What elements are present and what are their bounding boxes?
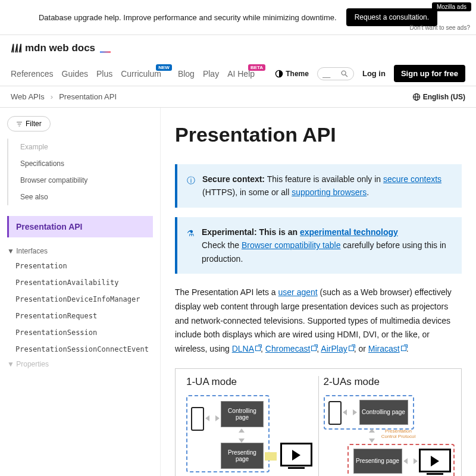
dlna-link[interactable]: DLNA bbox=[232, 344, 261, 353]
arrow-icon bbox=[237, 428, 246, 443]
toc-item[interactable]: See also bbox=[14, 189, 153, 205]
diagram: 1-UA mode Controlling page Presenting pa… bbox=[175, 368, 462, 476]
chromecast-link[interactable]: Chromecast bbox=[265, 344, 317, 353]
header: mdn web docs bbox=[0, 35, 476, 61]
breadcrumb-root[interactable]: Web APIs bbox=[11, 92, 45, 101]
sidebar-item[interactable]: Presentation bbox=[15, 258, 153, 274]
breadcrumb-bar: Web APIs › Presentation API English (US) bbox=[0, 86, 476, 108]
external-link-icon bbox=[255, 346, 261, 351]
login-link[interactable]: Log in bbox=[362, 69, 386, 78]
nav-references[interactable]: References bbox=[11, 69, 54, 79]
presenting-page-box: Presenting page bbox=[221, 443, 264, 469]
diagram-mode1-title: 1-UA mode bbox=[186, 376, 314, 388]
intro-paragraph: The Presentation API lets a user agent (… bbox=[175, 286, 462, 356]
secure-contexts-link[interactable]: secure contexts bbox=[383, 174, 441, 184]
filter-button[interactable]: Filter bbox=[7, 116, 51, 131]
compat-table-link[interactable]: Browser compatibility table bbox=[242, 240, 341, 250]
experimental-note: ⚗ Experimental: This is an experimental … bbox=[175, 217, 462, 274]
play-icon bbox=[431, 456, 439, 466]
nav-plus[interactable]: Plus bbox=[96, 69, 112, 79]
toc-item[interactable]: Browser compatibility bbox=[14, 172, 153, 189]
pcp-label: Presentation Control Protocol bbox=[381, 428, 416, 439]
arrow-icon bbox=[343, 408, 357, 416]
user-agent-link[interactable]: user agent bbox=[278, 287, 318, 297]
mdn-logo-icon bbox=[11, 43, 21, 54]
ad-optout-link[interactable]: Don't want to see ads? bbox=[410, 24, 470, 31]
external-link-icon bbox=[349, 346, 354, 351]
external-link-icon bbox=[311, 346, 317, 351]
arrow-icon bbox=[368, 428, 376, 443]
beta-badge: BETA bbox=[248, 64, 265, 71]
presenting-page-box: Presenting page bbox=[353, 449, 402, 474]
globe-icon bbox=[412, 93, 421, 101]
new-badge: NEW bbox=[156, 64, 172, 71]
sidebar: Filter Example Specifications Browser co… bbox=[0, 108, 161, 476]
external-link-icon bbox=[401, 346, 406, 351]
arrow-icon bbox=[205, 414, 220, 422]
sidebar-item[interactable]: PresentationSessionConnectEvent bbox=[15, 341, 153, 358]
page-title: Presentation API bbox=[175, 123, 462, 146]
theme-toggle[interactable]: Theme bbox=[275, 70, 309, 78]
sidebar-item[interactable]: PresentationDeviceInfoManager bbox=[15, 291, 153, 308]
controlling-page-box: Controlling page bbox=[221, 401, 264, 427]
logo-underline bbox=[100, 51, 111, 53]
logo[interactable]: mdn web docs bbox=[11, 42, 111, 54]
ad-banner: Database upgrade help. Improve performan… bbox=[0, 0, 476, 35]
miracast-link[interactable]: Miracast bbox=[368, 344, 406, 353]
sidebar-group-interfaces[interactable]: ▼ Interfaces bbox=[7, 245, 153, 258]
toc-item[interactable]: Example bbox=[14, 139, 153, 155]
sidebar-group-properties[interactable]: ▼ Properties bbox=[7, 358, 153, 371]
toc-item[interactable]: Specifications bbox=[14, 155, 153, 172]
diagram-mode2-title: 2-UAs mode bbox=[324, 376, 451, 388]
chevron-right-icon: › bbox=[51, 92, 53, 101]
diagram-1ua: 1-UA mode Controlling page Presenting pa… bbox=[181, 376, 318, 476]
sidebar-item[interactable]: PresentationSession bbox=[15, 324, 153, 341]
info-icon: ⓘ bbox=[187, 174, 195, 199]
nav-ai-help[interactable]: AI HelpBETA bbox=[227, 69, 255, 79]
phone-icon bbox=[191, 407, 204, 431]
theme-icon bbox=[275, 70, 283, 78]
interface-list: Presentation PresentationAvailability Pr… bbox=[7, 258, 153, 358]
nav-blog[interactable]: Blog bbox=[178, 69, 195, 79]
sidebar-item[interactable]: PresentationAvailability bbox=[15, 274, 153, 291]
ad-text: Database upgrade help. Improve performan… bbox=[39, 13, 337, 22]
nav-play[interactable]: Play bbox=[203, 69, 219, 79]
flask-icon: ⚗ bbox=[187, 227, 195, 265]
breadcrumb: Web APIs › Presentation API bbox=[11, 92, 117, 101]
sidebar-section-header[interactable]: Presentation API bbox=[7, 216, 153, 237]
svg-point-1 bbox=[342, 71, 346, 75]
phone-icon bbox=[328, 401, 342, 425]
ad-cta-button[interactable]: Request a consultation. bbox=[346, 8, 437, 26]
main-content: Presentation API ⓘ Secure context: This … bbox=[161, 108, 476, 476]
search-pill[interactable] bbox=[317, 67, 354, 80]
experimental-tech-link[interactable]: experimental technology bbox=[300, 227, 398, 237]
search-input[interactable] bbox=[322, 70, 337, 78]
language-selector[interactable]: English (US) bbox=[412, 93, 465, 101]
logo-text: mdn web docs bbox=[25, 42, 95, 54]
sidebar-item[interactable]: PresentationRequest bbox=[15, 308, 153, 324]
nav-guides[interactable]: Guides bbox=[62, 69, 88, 79]
toc-list: Example Specifications Browser compatibi… bbox=[7, 139, 153, 205]
nav-curriculum[interactable]: CurriculumNEW bbox=[121, 69, 161, 79]
signup-button[interactable]: Sign up for free bbox=[394, 65, 465, 82]
stream-arrow-icon bbox=[265, 452, 277, 461]
breadcrumb-page[interactable]: Presentation API bbox=[59, 92, 117, 101]
search-icon bbox=[340, 70, 349, 78]
diagram-2ua: 2-UAs mode Controlling page Presentation… bbox=[318, 376, 456, 476]
supporting-browsers-link[interactable]: supporting browsers bbox=[292, 187, 367, 197]
airplay-link[interactable]: AirPlay bbox=[321, 344, 353, 353]
filter-icon bbox=[16, 121, 23, 127]
arrow-icon bbox=[403, 457, 418, 465]
svg-line-2 bbox=[345, 74, 347, 76]
play-icon bbox=[292, 450, 300, 461]
controlling-page-box: Controlling page bbox=[359, 400, 408, 425]
main-nav: References Guides Plus CurriculumNEW Blo… bbox=[0, 61, 476, 86]
secure-context-note: ⓘ Secure context: This feature is availa… bbox=[175, 164, 462, 208]
